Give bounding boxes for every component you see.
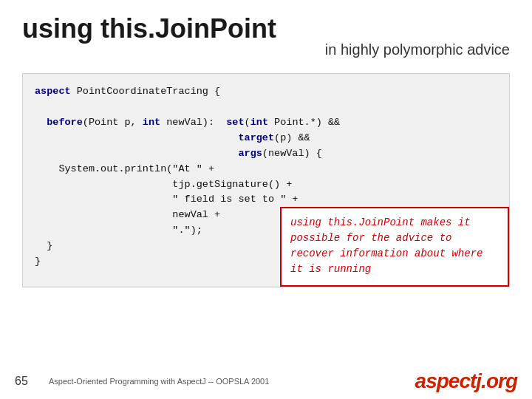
code-line-5: args(newVal) {: [35, 146, 497, 162]
header: using this.JoinPoint in highly polymorph…: [0, 0, 532, 66]
annotation-box: using this.JoinPoint makes it possible f…: [280, 207, 509, 287]
footer-caption: Aspect-Oriented Programming with AspectJ…: [49, 377, 415, 386]
page-subtitle: in highly polymorphic advice: [22, 41, 510, 58]
code-line-1: aspect PointCoordinateTracing {: [35, 84, 497, 100]
code-line-2: [35, 100, 497, 115]
code-line-3: before(Point p, int newVal): set(int Poi…: [35, 115, 497, 131]
code-line-6: System.out.println("At " +: [35, 162, 497, 177]
code-line-7: tjp.getSignature() +: [35, 177, 497, 193]
aspectj-logo: aspectj.org: [415, 369, 517, 393]
annotation-text: using this.JoinPoint makes it possible f…: [290, 216, 482, 275]
page-number: 65: [15, 375, 37, 388]
footer: 65 Aspect-Oriented Programming with Aspe…: [0, 369, 532, 393]
code-line-8: " field is set to " +: [35, 192, 497, 208]
page-title: using this.JoinPoint: [22, 13, 276, 44]
code-block: aspect PointCoordinateTracing { before(P…: [22, 73, 510, 287]
code-line-4: target(p) &&: [35, 131, 497, 146]
